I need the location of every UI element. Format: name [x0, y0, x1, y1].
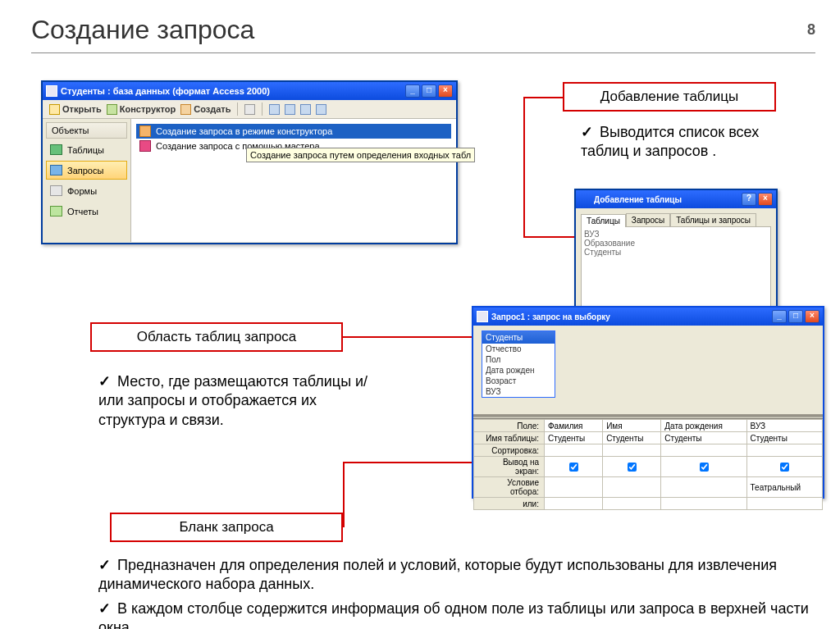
label-add-table: Добавление таблицы: [563, 82, 776, 112]
cut-icon[interactable]: [244, 104, 255, 115]
maximize-button[interactable]: □: [788, 310, 803, 323]
grid-cell[interactable]: Студенты: [746, 432, 822, 444]
db-toolbar: Открыть Конструктор Создать: [43, 100, 456, 119]
bullet-list-2: Место, где размещаются таблицы и/или зап…: [98, 372, 377, 435]
bullet-item: В каждом столбце содержится информация о…: [98, 599, 812, 629]
design-icon: [107, 104, 117, 115]
open-icon: [49, 104, 60, 115]
label-table-area: Область таблиц запроса: [90, 322, 343, 352]
nav-reports[interactable]: Отчеты: [46, 202, 127, 221]
grid-cell[interactable]: [545, 477, 603, 498]
field-item[interactable]: Отчество: [482, 344, 555, 354]
bullet-item: Предназначен для определения полей и усл…: [98, 556, 812, 595]
grid-cell[interactable]: Театральный: [746, 477, 822, 498]
query-window: Запрос1 : запрос на выборку _ □ × Студен…: [472, 306, 824, 499]
db-title: Студенты : база данных (формат Access 20…: [61, 86, 270, 96]
grid-cell[interactable]: [661, 498, 746, 510]
maximize-button[interactable]: □: [422, 84, 436, 98]
field-item[interactable]: Возраст: [482, 376, 555, 386]
tab-queries[interactable]: Запросы: [626, 213, 670, 226]
dlg-close-button[interactable]: ×: [758, 193, 773, 206]
query-grid[interactable]: Поле: Фамилия Имя Дата рождения ВУЗ Имя …: [473, 419, 823, 510]
dlg-help-button[interactable]: ?: [742, 193, 756, 206]
bullet-list-3: Предназначен для определения полей и усл…: [98, 556, 812, 629]
q-titlebar[interactable]: Запрос1 : запрос на выборку _ □ ×: [473, 308, 823, 326]
show-checkbox[interactable]: [746, 457, 822, 477]
page-number: 8: [807, 21, 815, 39]
reports-icon: [50, 206, 62, 217]
grid-cell[interactable]: [746, 444, 822, 457]
db-list: Создание запроса в режиме конструктора С…: [131, 119, 456, 242]
list-item[interactable]: ВУЗ: [584, 230, 768, 239]
db-window: Студенты : база данных (формат Access 20…: [41, 80, 458, 244]
view-icon-2[interactable]: [285, 104, 295, 115]
label-query-blank: Бланк запроса: [110, 513, 343, 542]
list-item-designer[interactable]: Создание запроса в режиме конструктора: [136, 124, 451, 139]
list-item[interactable]: Образование: [584, 239, 768, 248]
grid-cell[interactable]: [746, 498, 822, 510]
grid-cell[interactable]: Студенты: [661, 432, 746, 444]
nav-tables[interactable]: Таблицы: [46, 140, 127, 159]
tab-both[interactable]: Таблицы и запросы: [670, 213, 756, 226]
field-list[interactable]: Студенты Отчество Пол Дата рожден Возрас…: [482, 330, 555, 398]
dlg-titlebar[interactable]: Добавление таблицы ? ×: [576, 190, 776, 208]
separator: [237, 103, 238, 116]
grid-cell[interactable]: [661, 477, 746, 498]
close-button[interactable]: ×: [438, 84, 453, 98]
grid-cell[interactable]: [603, 444, 661, 457]
row-label: Имя таблицы:: [474, 432, 545, 444]
row-label: Условие отбора:: [474, 477, 545, 498]
grid-cell[interactable]: Дата рождения: [661, 420, 746, 432]
row-label: Сортировка:: [474, 444, 545, 457]
minimize-button[interactable]: _: [405, 84, 420, 98]
row-label: или:: [474, 498, 545, 510]
grid-cell[interactable]: [603, 498, 661, 510]
field-item[interactable]: Пол: [482, 354, 555, 365]
view-icon-3[interactable]: [300, 104, 311, 115]
grid-cell[interactable]: [661, 444, 746, 457]
grid-cell[interactable]: Студенты: [603, 432, 661, 444]
field-item[interactable]: Дата рожден: [482, 365, 555, 376]
list-item[interactable]: Студенты: [584, 248, 768, 257]
view-icon-4[interactable]: [316, 104, 326, 115]
db-icon: [46, 85, 57, 97]
slide-title: Создание запроса: [31, 15, 254, 45]
row-label: Поле:: [474, 420, 545, 432]
designer-icon: [139, 125, 151, 137]
create-icon: [180, 104, 191, 115]
grid-cell[interactable]: Студенты: [545, 432, 603, 444]
grid-cell[interactable]: [545, 498, 603, 510]
close-button[interactable]: ×: [805, 310, 819, 323]
tab-tables[interactable]: Таблицы: [581, 214, 626, 227]
db-titlebar[interactable]: Студенты : база данных (формат Access 20…: [43, 82, 456, 100]
show-checkbox[interactable]: [545, 457, 603, 477]
separator: [262, 103, 262, 116]
query-icon: [477, 311, 488, 322]
grid-cell[interactable]: ВУЗ: [746, 420, 822, 432]
field-list-header[interactable]: Студенты: [482, 331, 555, 344]
nav-queries[interactable]: Запросы: [46, 161, 127, 180]
queries-icon: [50, 165, 62, 175]
show-checkbox[interactable]: [603, 457, 661, 477]
open-button[interactable]: Открыть: [49, 104, 102, 115]
grid-cell[interactable]: Фамилия: [545, 420, 603, 432]
nav-forms[interactable]: Формы: [46, 181, 127, 200]
grid-cell[interactable]: [603, 477, 661, 498]
create-button[interactable]: Создать: [180, 104, 231, 115]
q-title: Запрос1 : запрос на выборку: [491, 312, 610, 321]
objects-panel: Объекты Таблицы Запросы Формы Отчеты: [43, 119, 131, 242]
dlg-title: Добавление таблицы: [594, 195, 682, 204]
row-label: Вывод на экран:: [474, 457, 545, 477]
design-button[interactable]: Конструктор: [107, 104, 176, 115]
connector: [343, 462, 345, 527]
view-icon-1[interactable]: [269, 104, 280, 115]
show-checkbox[interactable]: [661, 457, 746, 477]
grid-cell[interactable]: Имя: [603, 420, 661, 432]
objects-header: Объекты: [46, 122, 127, 139]
field-item[interactable]: ВУЗ: [482, 386, 555, 397]
query-tables-area[interactable]: Студенты Отчество Пол Дата рожден Возрас…: [473, 326, 823, 416]
minimize-button[interactable]: _: [772, 310, 787, 323]
tables-icon: [50, 144, 62, 155]
connector: [523, 97, 525, 238]
grid-cell[interactable]: [545, 444, 603, 457]
